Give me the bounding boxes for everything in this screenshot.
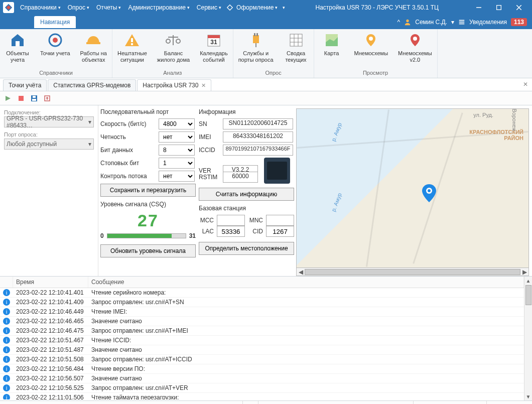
balance-icon xyxy=(165,32,181,48)
titlebar: Справочники▾Опрос▾Отчеты▾Администрирован… xyxy=(0,0,532,15)
log-row[interactable]: i2023-02-22 12:10:51.467Чтение ICCID: xyxy=(0,336,524,345)
save-reboot-button[interactable]: Сохранить и перезагрузить xyxy=(100,184,196,197)
lac-field[interactable] xyxy=(217,226,245,237)
log-row[interactable]: i2023-02-22 12:11:01.506Чтение таймаута … xyxy=(0,393,524,399)
scroll-up-icon[interactable]: ▲ xyxy=(526,277,531,285)
notifications-badge[interactable]: 113 xyxy=(511,18,527,26)
stopbits-select[interactable]: 1 xyxy=(159,158,195,169)
toolbar xyxy=(0,91,532,105)
save-button[interactable] xyxy=(29,93,39,103)
maximize-button[interactable] xyxy=(489,0,509,15)
connection-combo[interactable]: GPRS - USR-GPRS232-730 #86433…▾ xyxy=(4,116,94,127)
log-row[interactable]: i2023-02-22 12:10:46.475Запрос отправлен… xyxy=(0,326,524,336)
menu-Администрирование[interactable]: Администрирование▾ xyxy=(125,2,192,13)
svg-rect-26 xyxy=(254,33,255,36)
minimize-button[interactable] xyxy=(469,0,489,15)
log-row[interactable]: i2023-02-22 12:10:51.508Запрос отправлен… xyxy=(0,355,524,364)
log-row[interactable]: i2023-02-22 12:10:41.401Чтение серийного… xyxy=(0,288,524,298)
document-tabs: Точки учётаСтатистика GPRS-модемовНастро… xyxy=(0,78,532,91)
scroll-down-icon[interactable]: ▼ xyxy=(526,392,531,400)
close-button[interactable] xyxy=(509,0,529,15)
ribbon-pin[interactable]: Мнемосхемы xyxy=(349,29,393,69)
menu-Опрос[interactable]: Опрос▾ xyxy=(65,2,92,13)
scroll-thumb[interactable] xyxy=(305,269,520,275)
map[interactable]: р. Амур р. Амур КРАСНОФЛОТСКИЙ РАЙОН ул.… xyxy=(296,108,529,268)
svg-rect-27 xyxy=(256,33,258,36)
cid-field[interactable] xyxy=(266,226,294,237)
map-hscrollbar[interactable]: ◀ ▶ xyxy=(296,268,529,276)
status-time: 12:09 (22 фев) xyxy=(486,401,532,404)
databits-select[interactable]: 8 xyxy=(159,145,195,156)
main-area: Подключение: GPRS - USR-GPRS232-730 #864… xyxy=(0,105,532,276)
play-button[interactable] xyxy=(3,93,13,103)
doctab[interactable]: Настройка USR 730✕ xyxy=(137,79,211,91)
log-row[interactable]: i2023-02-22 12:10:56.507Значение считано xyxy=(0,374,524,383)
menu-Отчеты[interactable]: Отчеты▾ xyxy=(93,2,124,13)
log-body[interactable]: i2023-02-22 12:10:41.401Чтение серийного… xyxy=(0,288,524,399)
doctab[interactable]: Точки учёта xyxy=(3,79,47,91)
ribbon-balance[interactable]: Балансжилого дома xyxy=(152,29,195,69)
window-title: Настройка USR 730 - ЛЭРС УЧЕТ 3.50.1 ТЦ xyxy=(285,4,469,11)
rstim-value: 60000 xyxy=(223,172,258,183)
user-icon xyxy=(404,19,411,26)
info-icon: i xyxy=(3,308,10,315)
ribbon-pin2[interactable]: Мнемосхемыv2.0 xyxy=(393,29,437,69)
speed-select[interactable]: 4800 xyxy=(159,118,195,129)
log-row[interactable]: i2023-02-22 12:10:51.487Значение считано xyxy=(0,345,524,355)
ribbon-warning[interactable]: Нештатныеситуации xyxy=(112,29,152,69)
svg-rect-38 xyxy=(19,96,24,101)
chevron-down-icon: ▾ xyxy=(88,118,91,125)
csq-title: Уровень сигнала (CSQ) xyxy=(100,201,196,208)
scroll-left-icon[interactable]: ◀ xyxy=(297,268,305,276)
doctab[interactable]: Статистика GPRS-модемов xyxy=(48,79,136,91)
info-icon: i xyxy=(3,375,10,382)
read-info-button[interactable]: Считать информацию xyxy=(199,188,294,201)
flow-select[interactable]: нет xyxy=(159,171,195,182)
info-icon: i xyxy=(3,337,10,344)
parity-select[interactable]: нет xyxy=(159,131,195,143)
log-vscrollbar[interactable]: ▲ ▼ xyxy=(524,277,532,400)
svg-point-13 xyxy=(53,38,58,43)
notifications-label[interactable]: Уведомления xyxy=(469,19,507,26)
refresh-csq-button[interactable]: Обновить уровень сигнала xyxy=(100,244,196,257)
mnc-field[interactable] xyxy=(266,215,294,226)
ribbon-home[interactable]: Объектыучета xyxy=(0,29,35,69)
ribbon-calendar[interactable]: 31Календарьсобытий xyxy=(195,29,233,69)
serial-title: Последовательный порт xyxy=(100,108,196,115)
locate-button[interactable]: Определить местоположение xyxy=(199,242,294,255)
bs-title: Базовая станция xyxy=(199,205,294,212)
design-icon xyxy=(226,4,233,11)
ribbon-map[interactable]: Карта xyxy=(314,29,349,69)
log-row[interactable]: i2023-02-22 12:10:46.449Чтение IMEI: xyxy=(0,307,524,317)
csq-bar xyxy=(107,233,186,238)
chevron-down-icon: ▾ xyxy=(88,141,91,148)
export-button[interactable] xyxy=(42,93,52,103)
ribbon-hardhat[interactable]: Работы наобъектах xyxy=(75,29,112,69)
log-row[interactable]: i2023-02-22 12:10:41.409Запрос отправлен… xyxy=(0,298,524,307)
collapse-ribbon-icon[interactable]: ^ xyxy=(397,19,401,26)
menu-Справочники[interactable]: Справочники▾ xyxy=(17,2,64,13)
menu-Сервис[interactable]: Сервис▾ xyxy=(194,2,224,13)
mcc-field[interactable] xyxy=(217,215,245,226)
stop-button[interactable] xyxy=(16,93,26,103)
port-combo[interactable]: Любой доступный▾ xyxy=(4,139,94,150)
ribbon-plug[interactable]: Службы ипорты опроса xyxy=(233,29,279,69)
close-tab-icon[interactable]: ✕ xyxy=(201,82,206,89)
info-title: Информация xyxy=(199,108,294,115)
user-name[interactable]: Семин С.Д. xyxy=(415,19,447,26)
calendar-icon: 31 xyxy=(206,32,222,48)
log-row[interactable]: i2023-02-22 12:10:46.465Значение считано xyxy=(0,317,524,326)
ribbon-grid[interactable]: Сводкатекущих xyxy=(279,29,314,69)
scroll-thumb[interactable] xyxy=(525,285,531,305)
log-row[interactable]: i2023-02-22 12:10:56.484Чтение версии ПО… xyxy=(0,364,524,374)
nav-tab[interactable]: Навигация xyxy=(34,16,76,28)
statusbar: Служб опроса: 2; портов: 24, действует: … xyxy=(0,400,532,404)
menu-design[interactable]: Оформление▾ xyxy=(233,2,281,13)
scroll-right-icon[interactable]: ▶ xyxy=(520,268,528,276)
close-all-tabs-icon[interactable]: ✕ xyxy=(523,81,528,88)
ribbon-target[interactable]: Точки учета xyxy=(35,29,75,69)
grid-icon xyxy=(288,32,304,48)
svg-point-6 xyxy=(407,20,409,22)
log-row[interactable]: i2023-02-22 12:10:56.525Запрос отправлен… xyxy=(0,383,524,393)
svg-rect-8 xyxy=(459,22,465,23)
